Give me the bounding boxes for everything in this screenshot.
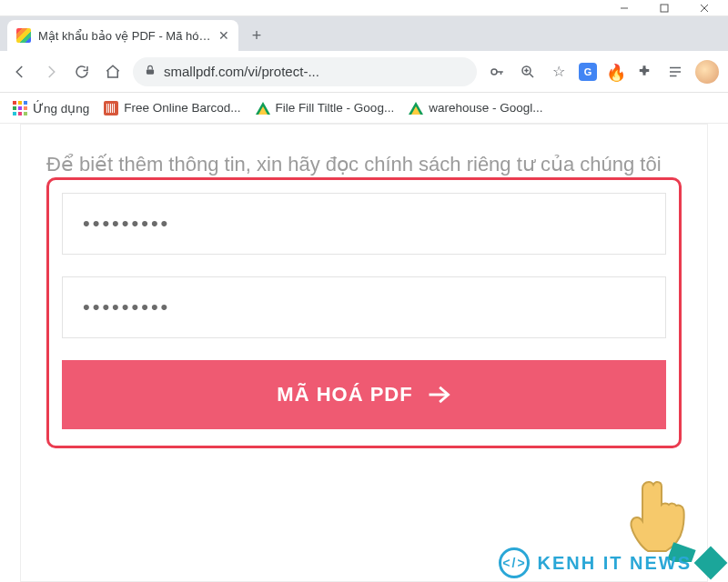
bookmark-barcode[interactable]: Free Online Barcod... bbox=[104, 101, 240, 115]
hot-extension-icon[interactable]: 🔥 bbox=[606, 63, 624, 81]
svg-line-9 bbox=[530, 74, 533, 77]
apps-grid-icon bbox=[13, 101, 27, 115]
window-minimize-button[interactable] bbox=[604, 0, 644, 16]
svg-point-5 bbox=[491, 69, 497, 75]
window-titlebar bbox=[0, 0, 728, 16]
window-maximize-button[interactable] bbox=[644, 0, 684, 16]
profile-avatar[interactable] bbox=[695, 60, 719, 84]
home-button[interactable] bbox=[102, 61, 124, 83]
browser-tab-active[interactable]: Mật khẩu bảo vệ PDF - Mã hóa P ✕ bbox=[7, 20, 238, 51]
bookmark-apps[interactable]: Ứng dụng bbox=[13, 101, 89, 115]
lock-icon bbox=[144, 64, 157, 79]
forward-button[interactable] bbox=[40, 61, 62, 83]
url-text: smallpdf.com/vi/protect-... bbox=[164, 64, 466, 79]
address-bar[interactable]: smallpdf.com/vi/protect-... bbox=[133, 57, 477, 86]
barcode-icon bbox=[104, 101, 118, 115]
google-drive-icon bbox=[256, 102, 270, 115]
password-input[interactable] bbox=[62, 193, 666, 255]
google-translate-extension-icon[interactable]: G bbox=[579, 63, 597, 81]
bookmark-star-icon[interactable]: ☆ bbox=[548, 61, 570, 83]
info-text: Để biết thêm thông tin, xin hãy đọc chín… bbox=[46, 150, 682, 179]
protect-pdf-card: Để biết thêm thông tin, xin hãy đọc chín… bbox=[20, 124, 708, 582]
reading-list-icon[interactable] bbox=[664, 61, 686, 83]
bookmark-label: warehouse - Googl... bbox=[429, 101, 542, 115]
back-button[interactable] bbox=[9, 61, 31, 83]
page-viewport: Để biết thêm thông tin, xin hãy đọc chín… bbox=[0, 124, 728, 582]
bookmark-warehouse[interactable]: warehouse - Googl... bbox=[409, 101, 542, 115]
google-drive-icon bbox=[409, 102, 423, 115]
arrow-right-icon bbox=[426, 382, 451, 407]
bookmark-label: Ứng dụng bbox=[33, 101, 89, 115]
tab-close-icon[interactable]: ✕ bbox=[218, 28, 229, 43]
browser-toolbar: smallpdf.com/vi/protect-... ☆ G 🔥 bbox=[0, 51, 728, 93]
extensions-button[interactable] bbox=[633, 61, 655, 83]
svg-rect-1 bbox=[661, 5, 668, 12]
encrypt-pdf-button[interactable]: MÃ HOÁ PDF bbox=[62, 360, 666, 429]
key-saved-icon[interactable] bbox=[486, 61, 508, 83]
smallpdf-favicon-icon bbox=[16, 28, 31, 43]
svg-rect-4 bbox=[147, 69, 154, 74]
annotation-highlight-box: MÃ HOÁ PDF bbox=[46, 177, 682, 448]
cta-label: MÃ HOÁ PDF bbox=[277, 383, 412, 406]
window-close-button[interactable] bbox=[684, 0, 724, 16]
bookmark-label: File Fill Tiltle - Goog... bbox=[276, 101, 395, 115]
new-tab-button[interactable]: + bbox=[244, 23, 269, 48]
browser-tabstrip: Mật khẩu bảo vệ PDF - Mã hóa P ✕ + bbox=[0, 16, 728, 51]
tab-title: Mật khẩu bảo vệ PDF - Mã hóa P bbox=[38, 29, 211, 43]
bookmark-filefill[interactable]: File Fill Tiltle - Goog... bbox=[256, 101, 395, 115]
reload-button[interactable] bbox=[71, 61, 93, 83]
bookmarks-bar: Ứng dụng Free Online Barcod... File Fill… bbox=[0, 93, 728, 124]
zoom-icon[interactable] bbox=[517, 61, 539, 83]
bookmark-label: Free Online Barcod... bbox=[124, 101, 240, 115]
confirm-password-input[interactable] bbox=[62, 276, 666, 338]
